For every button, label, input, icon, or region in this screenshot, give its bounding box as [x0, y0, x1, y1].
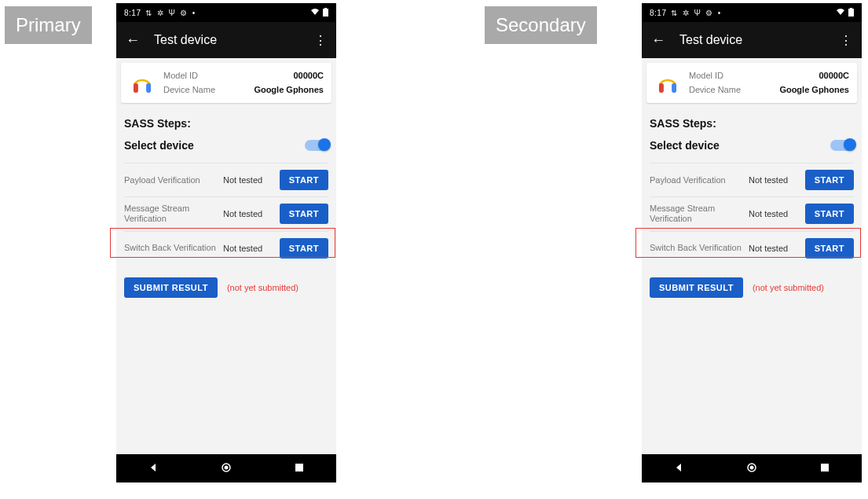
sass-heading: SASS Steps: — [124, 117, 328, 130]
status-icon: Ψ — [694, 9, 701, 17]
svg-rect-1 — [324, 8, 327, 9]
test-row-payload: Payload Verification Not tested START — [650, 163, 854, 196]
submit-result-button[interactable]: SUBMIT RESULT — [650, 277, 743, 298]
wifi-icon — [310, 8, 320, 17]
label-primary: Primary — [5, 6, 92, 44]
phone-secondary: 8:17 ⇅ ✲ Ψ ⚙ • ← Test device ⋮ Model ID0… — [642, 3, 862, 482]
device-name-label: Device Name — [163, 83, 215, 97]
status-icon: • — [718, 9, 721, 17]
nav-back-icon[interactable] — [148, 461, 158, 475]
more-icon[interactable]: ⋮ — [840, 33, 852, 48]
status-icon: ⚙ — [705, 9, 713, 17]
svg-rect-6 — [295, 464, 303, 471]
submit-status: (not yet submitted) — [753, 283, 824, 292]
start-button[interactable]: START — [805, 238, 854, 259]
svg-rect-8 — [850, 8, 852, 9]
device-card: Model ID00000C Device NameGoogle Gphones — [121, 63, 331, 103]
app-bar: ← Test device ⋮ — [116, 22, 336, 58]
start-button[interactable]: START — [805, 204, 854, 224]
device-name-label: Device Name — [689, 83, 741, 97]
back-icon[interactable]: ← — [651, 32, 665, 49]
test-name: Switch Back Verification — [124, 243, 218, 253]
content-area: Model ID00000C Device NameGoogle Gphones… — [642, 58, 862, 454]
model-id-value: 00000C — [819, 69, 849, 83]
nav-recent-icon[interactable] — [820, 461, 830, 475]
status-icon: ✲ — [683, 9, 690, 17]
start-button[interactable]: START — [280, 170, 328, 190]
svg-point-12 — [749, 466, 753, 470]
status-icon: ✲ — [157, 9, 164, 17]
select-device-toggle[interactable] — [305, 140, 328, 151]
test-name: Payload Verification — [650, 175, 744, 185]
device-logo-icon — [654, 70, 681, 97]
status-time: 8:17 — [124, 9, 141, 17]
model-id-value: 00000C — [293, 69, 324, 83]
test-status: Not tested — [223, 244, 275, 253]
sass-heading: SASS Steps: — [650, 117, 854, 130]
svg-rect-7 — [848, 9, 854, 17]
svg-point-5 — [224, 466, 228, 470]
test-status: Not tested — [749, 244, 800, 253]
test-name: Message Stream Verification — [124, 204, 218, 224]
status-icon: ⇅ — [671, 9, 678, 17]
svg-rect-9 — [659, 83, 664, 93]
start-button[interactable]: START — [280, 204, 328, 224]
select-device-label: Select device — [650, 139, 720, 152]
nav-recent-icon[interactable] — [295, 461, 304, 475]
test-status: Not tested — [749, 175, 800, 185]
test-status: Not tested — [223, 175, 275, 185]
test-row-message-stream: Message Stream Verification Not tested S… — [650, 196, 854, 230]
nav-back-icon[interactable] — [674, 461, 683, 475]
device-logo-icon — [129, 70, 156, 97]
battery-icon — [848, 8, 854, 18]
device-name-value: Google Gphones — [779, 83, 849, 97]
more-icon[interactable]: ⋮ — [314, 33, 327, 48]
status-icon: ⇅ — [145, 9, 152, 17]
test-name: Switch Back Verification — [650, 243, 744, 253]
select-device-label: Select device — [124, 139, 194, 152]
model-id-label: Model ID — [689, 69, 723, 83]
app-bar: ← Test device ⋮ — [642, 22, 862, 58]
back-icon[interactable]: ← — [126, 32, 140, 49]
svg-rect-10 — [672, 83, 676, 93]
phone-primary: 8:17 ⇅ ✲ Ψ ⚙ • ← Test device ⋮ Model ID0… — [116, 3, 336, 482]
test-row-message-stream: Message Stream Verification Not tested S… — [124, 196, 328, 230]
test-name: Message Stream Verification — [650, 204, 744, 224]
model-id-label: Model ID — [163, 69, 198, 83]
device-card: Model ID00000C Device NameGoogle Gphones — [646, 63, 857, 103]
svg-rect-13 — [821, 464, 829, 471]
test-row-switch-back: Switch Back Verification Not tested STAR… — [650, 231, 854, 265]
test-row-switch-back: Switch Back Verification Not tested STAR… — [124, 231, 328, 265]
nav-bar — [642, 454, 862, 482]
content-area: Model ID00000C Device NameGoogle Gphones… — [116, 58, 336, 454]
status-icon: • — [192, 9, 196, 17]
label-secondary: Secondary — [485, 6, 597, 44]
app-title: Test device — [154, 33, 300, 47]
battery-icon — [323, 8, 328, 18]
svg-rect-3 — [146, 83, 151, 93]
status-bar: 8:17 ⇅ ✲ Ψ ⚙ • — [642, 3, 862, 22]
test-status: Not tested — [749, 209, 800, 218]
submit-status: (not yet submitted) — [227, 283, 298, 292]
start-button[interactable]: START — [805, 170, 854, 190]
test-name: Payload Verification — [124, 175, 218, 185]
nav-bar — [116, 454, 336, 482]
device-name-value: Google Gphones — [254, 83, 324, 97]
start-button[interactable]: START — [280, 238, 328, 259]
nav-home-icon[interactable] — [747, 461, 756, 475]
select-device-toggle[interactable] — [830, 140, 854, 151]
wifi-icon — [836, 8, 845, 17]
status-bar: 8:17 ⇅ ✲ Ψ ⚙ • — [116, 3, 336, 22]
status-time: 8:17 — [650, 9, 666, 17]
test-status: Not tested — [223, 209, 275, 218]
app-title: Test device — [679, 33, 826, 47]
status-icon: Ψ — [168, 9, 175, 17]
nav-home-icon[interactable] — [222, 461, 231, 475]
test-row-payload: Payload Verification Not tested START — [124, 163, 328, 196]
svg-rect-0 — [323, 9, 328, 17]
submit-result-button[interactable]: SUBMIT RESULT — [124, 277, 218, 298]
svg-rect-2 — [134, 83, 138, 93]
status-icon: ⚙ — [180, 9, 188, 17]
